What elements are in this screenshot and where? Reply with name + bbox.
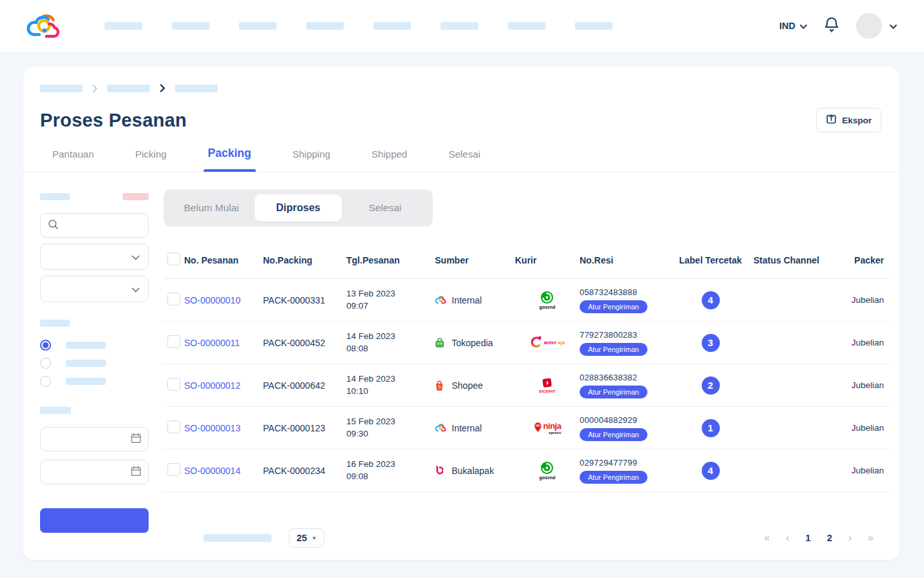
resi-number: 779273800283	[580, 330, 667, 340]
row-checkbox[interactable]	[167, 463, 180, 476]
select-all-checkbox[interactable]	[167, 253, 180, 265]
subtab-belum-mulai[interactable]: Belum Mulai	[168, 194, 255, 222]
tab-pantauan[interactable]: Pantauan	[52, 143, 94, 172]
atur-pengiriman-button[interactable]: Atur Pengiriman	[580, 471, 647, 484]
nav-item-placeholder[interactable]	[105, 22, 142, 30]
pagination-prev-button[interactable]: ‹	[786, 532, 789, 544]
tab-picking[interactable]: Picking	[135, 143, 166, 172]
language-selector[interactable]: IND	[779, 21, 807, 31]
source-label: Internal	[452, 295, 482, 305]
order-datetime: 15 Feb 202309:30	[346, 416, 435, 440]
pagination: «‹12›»	[764, 532, 890, 544]
order-datetime: 14 Feb 202308:08	[346, 331, 435, 355]
tab-shipped[interactable]: Shipped	[372, 143, 407, 172]
source-label: Internal	[452, 423, 482, 433]
nav-item-placeholder[interactable]	[239, 22, 277, 30]
tab-packing[interactable]: Packing	[208, 143, 251, 172]
export-label: Ekspor	[842, 116, 872, 125]
pagination-first-button[interactable]: «	[764, 532, 770, 544]
source-icon	[435, 380, 446, 391]
results-summary-placeholder	[204, 534, 271, 542]
source-label: Bukalapak	[452, 466, 494, 476]
filter-section-label-placeholder	[40, 407, 71, 414]
main-card: Proses Pesanan Ekspor PantauanPickingPac…	[23, 67, 899, 560]
nav-item-placeholder[interactable]	[575, 22, 613, 30]
chevron-down-icon	[800, 21, 807, 31]
source-label: Shopee	[452, 380, 483, 391]
packing-number: PACK-0000234	[263, 466, 346, 476]
pagination-page-1[interactable]: 1	[806, 533, 811, 543]
packer-name: Jubelian	[844, 466, 890, 475]
sicepat-logo: SICEPAT	[539, 377, 556, 393]
packer-name: Jubelian	[844, 423, 890, 433]
source-icon	[435, 424, 446, 432]
tab-selesai[interactable]: Selesai	[448, 143, 480, 172]
order-datetime: 16 Feb 202309:08	[346, 459, 435, 483]
date-to-input[interactable]	[40, 460, 149, 484]
order-number-link[interactable]: SO-00000012	[184, 380, 240, 391]
order-number-link[interactable]: SO-00000011	[184, 338, 240, 348]
apply-filter-button[interactable]	[40, 508, 149, 533]
atur-pengiriman-button[interactable]: Atur Pengiriman	[580, 428, 647, 441]
chevron-down-icon	[132, 284, 140, 295]
nav-item-placeholder[interactable]	[373, 22, 411, 30]
table-rows: SO-00000010 PACK-0000331 13 Feb 202309:0…	[163, 279, 890, 492]
order-number-link[interactable]: SO-00000013	[184, 423, 240, 433]
pagination-page-2[interactable]: 2	[827, 533, 832, 543]
atur-pengiriman-button[interactable]: Atur Pengiriman	[580, 300, 647, 313]
atur-pengiriman-button[interactable]: Atur Pengiriman	[580, 343, 647, 356]
top-navigation-bar: IND	[0, 0, 924, 52]
order-datetime: 13 Feb 202309:07	[346, 288, 435, 313]
source: Internal	[435, 423, 515, 433]
tab-shipping[interactable]: Shipping	[293, 143, 330, 172]
page-size-select[interactable]: 25 ▼	[289, 528, 324, 548]
radio-option[interactable]	[40, 376, 51, 387]
atur-pengiriman-button[interactable]: Atur Pengiriman	[580, 386, 647, 398]
nav-item-placeholder[interactable]	[172, 22, 209, 30]
nav-item-placeholder[interactable]	[306, 22, 344, 30]
column-header: Sumber	[435, 255, 515, 265]
gosend-logo: gosend	[540, 291, 556, 309]
resi-number: 028836638382	[580, 373, 667, 382]
date-from-input[interactable]	[40, 427, 149, 451]
subtab-selesai[interactable]: Selesai	[342, 194, 428, 222]
pagination-next-button[interactable]: ›	[848, 532, 852, 544]
ninja-xpress-logo: ninjaxpress	[534, 422, 562, 435]
export-button[interactable]: Ekspor	[816, 108, 881, 132]
radio-option[interactable]	[40, 340, 51, 351]
source: Tokopedia	[435, 338, 515, 348]
notifications-button[interactable]	[824, 16, 839, 36]
radio-group	[40, 340, 149, 387]
row-checkbox[interactable]	[167, 293, 180, 305]
labels-printed-badge: 3	[702, 334, 720, 352]
filter-title-placeholder	[40, 193, 70, 200]
labels-printed-badge: 4	[702, 291, 720, 309]
search-input[interactable]	[40, 213, 149, 238]
table-row: SO-00000014 PACK-0000234 16 Feb 202309:0…	[163, 449, 890, 492]
row-checkbox[interactable]	[167, 335, 180, 348]
radio-option[interactable]	[40, 358, 51, 369]
order-number-link[interactable]: SO-00000014	[184, 466, 240, 476]
filter-dropdown-1[interactable]	[40, 243, 149, 270]
filter-dropdown-2[interactable]	[40, 276, 149, 302]
breadcrumb-item-placeholder	[175, 85, 218, 92]
nav-item-placeholder[interactable]	[441, 22, 478, 30]
progress-subtabs: Belum MulaiDiprosesSelesai	[163, 189, 433, 227]
source-icon	[435, 296, 446, 304]
breadcrumb-item-placeholder[interactable]	[40, 85, 83, 92]
breadcrumb	[40, 84, 881, 92]
breadcrumb-item-placeholder[interactable]	[107, 85, 150, 92]
search-icon	[48, 219, 59, 232]
pagination-last-button[interactable]: »	[868, 532, 874, 544]
reset-link-placeholder[interactable]	[123, 193, 149, 200]
bell-icon	[824, 16, 839, 36]
column-header: Tgl.Pesanan	[346, 255, 435, 265]
subtab-diproses[interactable]: Diproses	[255, 194, 341, 222]
user-menu[interactable]	[856, 13, 897, 39]
export-icon	[826, 114, 837, 127]
order-number-link[interactable]: SO-00000010	[184, 295, 240, 305]
row-checkbox[interactable]	[167, 378, 180, 391]
source: Internal	[435, 295, 515, 305]
row-checkbox[interactable]	[167, 420, 180, 433]
nav-item-placeholder[interactable]	[508, 22, 545, 30]
